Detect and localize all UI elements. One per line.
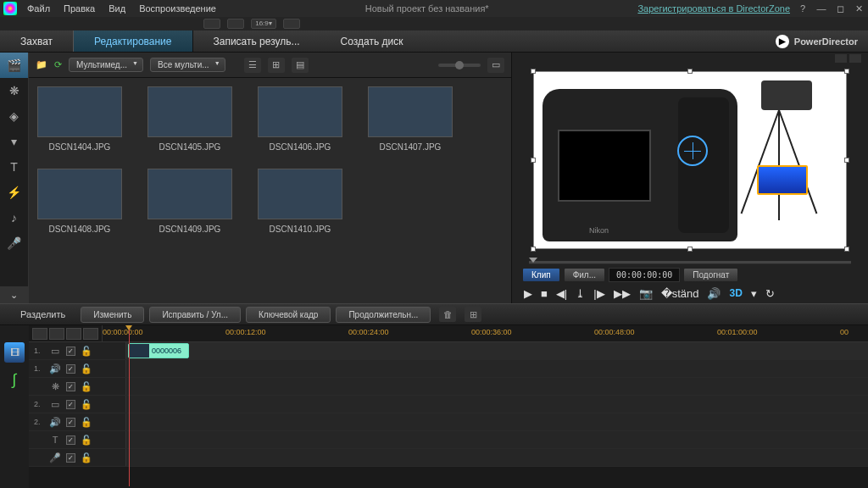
- fast-forward-icon[interactable]: ▶▶: [614, 287, 631, 300]
- more-options-icon[interactable]: ⊞: [465, 307, 481, 322]
- track-visible-checkbox[interactable]: ✓: [66, 418, 75, 427]
- pip-room-icon[interactable]: ◈: [0, 103, 28, 129]
- track-lock-icon[interactable]: 🔓: [81, 381, 92, 392]
- track-body[interactable]: [126, 413, 868, 430]
- track-visible-checkbox[interactable]: ✓: [66, 364, 75, 374]
- preview-max-icon[interactable]: [849, 54, 861, 63]
- audio-room-icon[interactable]: ♪: [0, 205, 28, 230]
- media-thumb[interactable]: DSCN1405.JPG: [147, 86, 232, 152]
- menu-edit[interactable]: Правка: [64, 3, 95, 14]
- media-filter-dropdown[interactable]: Мультимед...: [69, 58, 143, 72]
- effect-room-icon[interactable]: ❋: [0, 78, 28, 103]
- resize-handle[interactable]: [844, 247, 849, 252]
- step-back-icon[interactable]: ⤓: [576, 287, 585, 300]
- media-thumb[interactable]: DSCN1408.JPG: [37, 169, 122, 234]
- media-thumb[interactable]: DSCN1410.JPG: [258, 169, 342, 234]
- menu-file[interactable]: Файл: [27, 3, 50, 14]
- transition-room-icon[interactable]: ⚡: [0, 180, 28, 205]
- track-body[interactable]: [126, 431, 868, 448]
- next-frame-icon[interactable]: |▶: [593, 287, 604, 300]
- timeline-video-icon[interactable]: 🎞: [4, 342, 25, 363]
- snapshot-icon[interactable]: 📷: [639, 287, 653, 300]
- mode-produce[interactable]: Записать резуль...: [193, 30, 320, 52]
- preview-canvas[interactable]: Nikon: [512, 64, 868, 256]
- track-lock-icon[interactable]: 🔓: [81, 346, 92, 357]
- track-body[interactable]: [126, 449, 868, 466]
- modify-button[interactable]: Изменить: [81, 307, 144, 323]
- track-body[interactable]: 0000006: [126, 342, 868, 359]
- track-visible-checkbox[interactable]: ✓: [66, 453, 75, 463]
- tool-button[interactable]: [283, 19, 300, 29]
- library-menu-icon[interactable]: ▭: [487, 58, 504, 73]
- prev-frame-icon[interactable]: ◀|: [556, 287, 567, 300]
- minimize-icon[interactable]: —: [815, 3, 827, 14]
- help-icon[interactable]: ?: [797, 3, 809, 14]
- media-thumb[interactable]: DSCN1409.JPG: [147, 169, 232, 234]
- track-visible-checkbox[interactable]: ✓: [66, 347, 75, 356]
- duration-button[interactable]: Продолжительн...: [336, 307, 431, 323]
- expand-icon[interactable]: ⌄: [0, 286, 28, 303]
- voice-room-icon[interactable]: 🎤: [0, 230, 28, 256]
- resize-handle[interactable]: [531, 247, 536, 252]
- timeline-clip[interactable]: 0000006: [128, 343, 189, 358]
- track-view-1-icon[interactable]: [32, 328, 47, 340]
- timeline-curve-icon[interactable]: ∫: [4, 369, 25, 390]
- track-lock-icon[interactable]: 🔓: [81, 452, 92, 463]
- resize-handle[interactable]: [531, 158, 536, 163]
- volume-icon[interactable]: 🔊: [707, 287, 721, 300]
- resize-handle[interactable]: [687, 69, 693, 74]
- track-lock-icon[interactable]: 🔓: [81, 435, 92, 446]
- movie-mode-button[interactable]: Фил...: [564, 268, 605, 282]
- view-details-icon[interactable]: ☰: [244, 58, 261, 73]
- resize-handle[interactable]: [531, 69, 536, 74]
- track-view-2-icon[interactable]: [49, 328, 64, 340]
- redo-button[interactable]: [227, 19, 244, 29]
- loop-icon[interactable]: ↻: [765, 287, 775, 300]
- timecode-display[interactable]: 00:00:00:00: [609, 268, 680, 282]
- resize-handle[interactable]: [844, 158, 849, 163]
- fix-enhance-button[interactable]: Исправить / Ул...: [149, 307, 241, 323]
- stop-icon[interactable]: ■: [541, 287, 548, 300]
- preview-scrubber[interactable]: [512, 256, 868, 268]
- maximize-icon[interactable]: ◻: [834, 3, 846, 14]
- keyframe-button[interactable]: Ключевой кадр: [246, 307, 331, 323]
- track-body[interactable]: [126, 378, 868, 395]
- track-lock-icon[interactable]: 🔓: [81, 417, 92, 428]
- undo-button[interactable]: [203, 19, 220, 29]
- aspect-button[interactable]: 16:9▾: [251, 19, 276, 29]
- split-button[interactable]: Разделить: [10, 309, 75, 319]
- track-visible-checkbox[interactable]: ✓: [66, 382, 75, 391]
- mode-edit[interactable]: Редактирование: [73, 30, 192, 52]
- import-folder-icon[interactable]: 📁: [36, 59, 47, 70]
- resize-handle[interactable]: [687, 247, 693, 252]
- track-lock-icon[interactable]: 🔓: [81, 363, 92, 374]
- play-icon[interactable]: ▶: [524, 287, 532, 300]
- title-room-icon[interactable]: T: [0, 154, 28, 180]
- directorzone-link[interactable]: Зарегистрироваться в DirectorZone: [637, 3, 790, 14]
- track-lock-icon[interactable]: 🔓: [81, 399, 92, 410]
- mode-capture[interactable]: Захват: [0, 30, 73, 52]
- media-thumb[interactable]: DSCN1407.JPG: [368, 86, 453, 152]
- media-type-dropdown[interactable]: Все мульти...: [150, 58, 225, 72]
- menu-play[interactable]: Воспроизведение: [139, 3, 216, 14]
- media-room-icon[interactable]: 🎬: [0, 53, 28, 78]
- media-thumb[interactable]: DSCN1404.JPG: [37, 86, 122, 152]
- track-visible-checkbox[interactable]: ✓: [66, 400, 75, 409]
- view-list-icon[interactable]: ▤: [292, 58, 309, 73]
- media-thumb[interactable]: DSCN1406.JPG: [258, 86, 342, 152]
- mode-disc[interactable]: Создать диск: [320, 30, 424, 52]
- 3d-dropdown-icon[interactable]: ▾: [751, 287, 757, 300]
- track-body[interactable]: [126, 396, 868, 413]
- trash-icon[interactable]: 🗑: [439, 307, 456, 322]
- menu-view[interactable]: Вид: [108, 3, 125, 14]
- preview-undock-icon[interactable]: [835, 54, 847, 63]
- clip-mode-button[interactable]: Клип: [522, 268, 560, 282]
- display-options-icon[interactable]: �ständ: [661, 287, 699, 300]
- track-body[interactable]: [126, 360, 868, 377]
- track-visible-checkbox[interactable]: ✓: [66, 435, 75, 445]
- thumb-size-slider[interactable]: [438, 64, 481, 67]
- view-grid-icon[interactable]: ⊞: [268, 58, 285, 73]
- refresh-icon[interactable]: ⟳: [54, 59, 62, 70]
- track-settings-icon[interactable]: [83, 328, 98, 340]
- close-icon[interactable]: ✕: [853, 3, 865, 14]
